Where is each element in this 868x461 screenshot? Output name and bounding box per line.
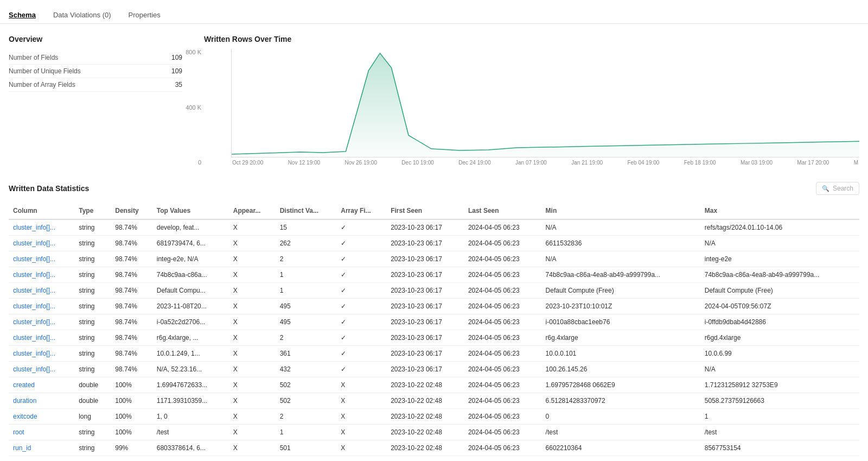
- cell-column[interactable]: cluster_info[]...: [9, 362, 74, 377]
- cell-distinct: 495: [276, 314, 337, 330]
- tab-schema[interactable]: Schema: [9, 7, 44, 23]
- table-row: cluster_info[]... string 98.74% i-0a52c2…: [9, 314, 859, 330]
- cell-column[interactable]: exitcode: [9, 409, 74, 425]
- stats-section: Written Data Statistics 🔍 Search Column …: [9, 182, 859, 461]
- overview-panel: Overview Number of Fields 109 Number of …: [9, 35, 182, 166]
- cell-column[interactable]: cluster_info[]...: [9, 267, 74, 283]
- cell-column[interactable]: cluster_info[]...: [9, 236, 74, 251]
- table-row: exitcode long 100% 1, 0 X 2 X 2023-10-22…: [9, 409, 859, 425]
- cell-column[interactable]: duration: [9, 393, 74, 409]
- cell-distinct: 15: [276, 219, 337, 236]
- table-row: cluster_info[]... string 98.74% integ-e2…: [9, 251, 859, 267]
- col-header-type: Type: [74, 203, 111, 219]
- table-row: cluster_info[]... string 98.74% r6g.4xla…: [9, 330, 859, 346]
- data-table: Column Type Density Top Values Appear...…: [9, 203, 859, 461]
- cell-column[interactable]: cluster_info[]...: [9, 219, 74, 236]
- cell-array-fi: X: [336, 377, 386, 393]
- cell-max: shanielh: [700, 456, 859, 462]
- table-row: cluster_info[]... string 98.74% Default …: [9, 283, 859, 299]
- cell-first-seen: 2023-10-22 02:48: [386, 425, 464, 440]
- cell-type: string: [74, 219, 111, 236]
- chart-panel: Written Rows Over Time 800 K 400 K 0: [204, 35, 859, 166]
- table-row: run_id string 99% 6803378614, 6... X 501…: [9, 440, 859, 456]
- chart-y-label-400k: 400 K: [180, 104, 201, 111]
- cell-last-seen: 2024-04-05 06:23: [464, 346, 541, 362]
- stats-header: Written Data Statistics 🔍 Search: [9, 182, 859, 195]
- cell-array-fi: ✓: [336, 283, 386, 299]
- chart-x-labels: Oct 29 20:00 Nov 12 19:00 Nov 26 19:00 D…: [231, 160, 859, 166]
- cell-first-seen: 2023-10-22 02:48: [386, 377, 464, 393]
- cell-density: 100%: [111, 409, 152, 425]
- cell-last-seen: 2024-04-05 06:23: [464, 409, 541, 425]
- cell-first-seen: 2023-10-23 06:17: [386, 283, 464, 299]
- overview-row-array: Number of Array Fields 35: [9, 78, 182, 92]
- tab-data-violations[interactable]: Data Violations (0): [53, 7, 120, 23]
- cell-column[interactable]: run_id: [9, 440, 74, 456]
- cell-column[interactable]: cluster_info[]...: [9, 283, 74, 299]
- cell-type: long: [74, 409, 111, 425]
- cell-min: r6g.4xlarge: [541, 330, 700, 346]
- cell-min: N/A: [541, 219, 700, 236]
- col-header-appears: Appear...: [229, 203, 276, 219]
- cell-appears: X: [229, 362, 276, 377]
- cell-last-seen: 2024-04-05 06:23: [464, 236, 541, 251]
- cell-type: string: [74, 330, 111, 346]
- cell-array-fi: ✓: [336, 251, 386, 267]
- cell-column[interactable]: cluster_info[]...: [9, 299, 74, 314]
- cell-first-seen: 2023-10-22 02:48: [386, 409, 464, 425]
- cell-max: 10.0.6.99: [700, 346, 859, 362]
- cell-last-seen: 2024-04-05 06:23: [464, 440, 541, 456]
- cell-type: double: [74, 377, 111, 393]
- cell-density: 98.74%: [111, 346, 152, 362]
- cell-column[interactable]: cluster_info[]...: [9, 251, 74, 267]
- cell-appears: X: [229, 346, 276, 362]
- cell-min: 10.0.0.101: [541, 346, 700, 362]
- col-header-top-values: Top Values: [152, 203, 229, 219]
- cell-max: /test: [700, 425, 859, 440]
- search-icon: 🔍: [822, 185, 829, 192]
- cell-max: Default Compute (Free): [700, 283, 859, 299]
- cell-column[interactable]: run_info.actor: [9, 456, 74, 462]
- cell-max: N/A: [700, 236, 859, 251]
- cell-top-values: Default Compu...: [152, 283, 229, 299]
- cell-array-fi: X: [336, 425, 386, 440]
- search-box[interactable]: 🔍 Search: [816, 182, 859, 195]
- cell-distinct: 501: [276, 440, 337, 456]
- table-row: cluster_info[]... string 98.74% 68197394…: [9, 236, 859, 251]
- cell-top-values: 2023-11-08T20...: [152, 299, 229, 314]
- cell-appears: X: [229, 267, 276, 283]
- cell-last-seen: 2024-04-05 06:23: [464, 425, 541, 440]
- cell-distinct: 432: [276, 362, 337, 377]
- cell-array-fi: ✓: [336, 219, 386, 236]
- col-header-column: Column: [9, 203, 74, 219]
- cell-column[interactable]: cluster_info[]...: [9, 346, 74, 362]
- cell-column[interactable]: cluster_info[]...: [9, 330, 74, 346]
- cell-density: 98.74%: [111, 314, 152, 330]
- cell-first-seen: 2023-10-23 06:17: [386, 267, 464, 283]
- cell-column[interactable]: root: [9, 425, 74, 440]
- col-header-last-seen: Last Seen: [464, 203, 541, 219]
- cell-column[interactable]: created: [9, 377, 74, 393]
- cell-density: 98.74%: [111, 219, 152, 236]
- cell-max: integ-e2e: [700, 251, 859, 267]
- cell-top-values: /test: [152, 425, 229, 440]
- cell-min: 6602210364: [541, 440, 700, 456]
- search-placeholder: Search: [833, 185, 853, 192]
- chart-x-label-8: Feb 18 19:00: [684, 160, 716, 166]
- cell-array-fi: X: [336, 393, 386, 409]
- cell-type: string: [74, 440, 111, 456]
- cell-max: i-0ffdb9dbab4d42886: [700, 314, 859, 330]
- cell-array-fi: ✓: [336, 314, 386, 330]
- cell-top-values: 74b8c9aa-c86a...: [152, 267, 229, 283]
- cell-density: 98.74%: [111, 236, 152, 251]
- cell-min: N/A: [541, 251, 700, 267]
- cell-top-values: github-action-...: [152, 456, 229, 462]
- cell-distinct: 1: [276, 283, 337, 299]
- tab-properties[interactable]: Properties: [129, 7, 169, 23]
- overview-row-unique: Number of Unique Fields 109: [9, 65, 182, 78]
- cell-last-seen: 2024-04-05 06:23: [464, 393, 541, 409]
- cell-column[interactable]: cluster_info[]...: [9, 314, 74, 330]
- cell-appears: X: [229, 314, 276, 330]
- cell-max: 2024-04-05T09:56:07Z: [700, 299, 859, 314]
- cell-array-fi: X: [336, 409, 386, 425]
